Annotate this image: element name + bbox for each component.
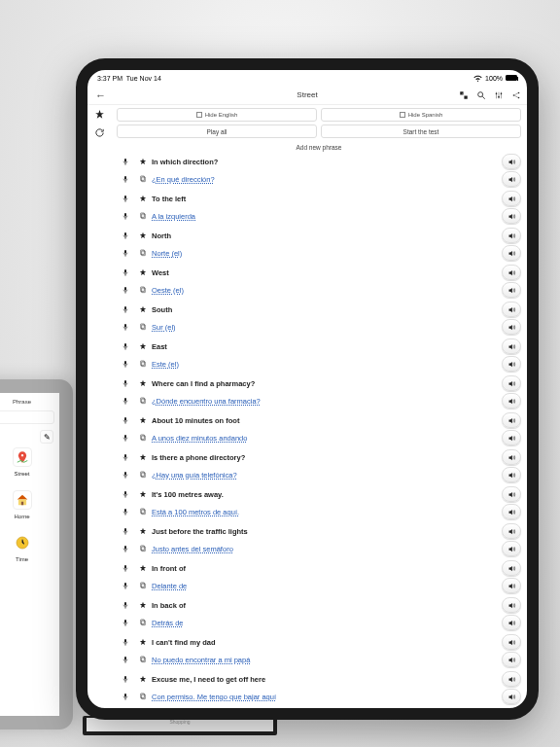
phrase-translation[interactable]: Detrás de [152,619,498,627]
star-icon[interactable] [134,268,152,276]
copy-icon[interactable] [134,212,152,220]
copy-icon[interactable] [134,175,152,183]
mic-icon[interactable] [117,305,134,313]
phrase-translation[interactable]: ¿Hay una guía telefónica? [152,471,498,480]
mic-icon[interactable] [117,619,134,626]
back-button[interactable]: ← [95,89,106,101]
star-icon[interactable] [134,231,152,239]
add-phrase-button[interactable]: Add new phrase [117,138,521,153]
mic-icon[interactable] [117,675,134,683]
copy-icon[interactable] [134,434,152,442]
phrase-translation[interactable]: Está a 100 metros de aquí. [152,508,498,516]
copy-icon[interactable] [134,360,152,368]
star-icon[interactable] [134,564,152,572]
star-icon[interactable] [134,342,152,350]
mic-icon[interactable] [117,195,134,202]
play-audio-button[interactable] [502,652,521,667]
phrase-translation[interactable]: ¿En qué dirección? [152,175,498,184]
star-icon[interactable] [134,195,152,202]
mic-icon[interactable] [117,416,134,424]
play-audio-button[interactable] [502,486,521,502]
play-audio-button[interactable] [502,597,521,613]
phrase-translation[interactable]: Sur (el) [152,323,498,332]
phrase-translation[interactable]: ¿Dónde encuentro una farmacia? [152,397,498,406]
mic-icon[interactable] [117,231,134,239]
phrase-translation[interactable]: Con permiso. Me tengo que bajar aquí [152,693,498,701]
play-audio-button[interactable] [502,282,521,298]
star-icon[interactable] [134,453,152,461]
mic-icon[interactable] [117,158,134,165]
play-audio-button[interactable] [502,265,521,280]
mic-icon[interactable] [117,638,134,646]
copy-icon[interactable] [134,286,152,294]
mic-icon[interactable] [117,508,134,516]
play-audio-button[interactable] [502,523,521,539]
phrase-translation[interactable]: Oeste (el) [152,286,498,295]
play-audio-button[interactable] [502,228,521,243]
mic-icon[interactable] [117,527,134,535]
play-audio-button[interactable] [502,430,521,445]
play-audio-button[interactable] [502,689,521,704]
mic-icon[interactable] [117,268,134,276]
hide-english-toggle[interactable]: Hide English [117,108,317,122]
copy-icon[interactable] [134,582,152,589]
play-audio-button[interactable] [502,467,521,482]
star-icon[interactable] [134,305,152,313]
translate-icon[interactable] [459,90,469,100]
play-audio-button[interactable] [502,154,521,169]
phrase-translation[interactable]: Delante de [152,582,498,590]
star-icon[interactable] [134,158,152,165]
play-audio-button[interactable] [502,560,521,576]
mic-icon[interactable] [117,379,134,387]
play-audio-button[interactable] [502,375,521,391]
copy-icon[interactable] [134,249,152,257]
play-audio-button[interactable] [502,671,521,687]
play-audio-button[interactable] [502,302,521,317]
mic-icon[interactable] [117,693,134,700]
copy-icon[interactable] [134,619,152,626]
copy-icon[interactable] [134,508,152,516]
hide-spanish-toggle[interactable]: Hide Spanish [321,108,521,122]
play-audio-button[interactable] [502,356,521,372]
copy-icon[interactable] [134,545,152,552]
play-audio-button[interactable] [502,615,521,630]
star-icon[interactable] [134,379,152,387]
phrase-translation[interactable]: Este (el) [152,360,498,369]
play-audio-button[interactable] [502,171,521,187]
play-audio-button[interactable] [502,449,521,465]
mic-icon[interactable] [117,564,134,572]
phrase-translation[interactable]: A unos diez minutos andando [152,434,498,443]
star-icon[interactable] [134,490,152,498]
mic-icon[interactable] [117,471,134,479]
settings-icon[interactable] [494,90,504,100]
copy-icon[interactable] [134,397,152,405]
sidebar-item-home[interactable]: Home [0,490,57,519]
start-test-button[interactable]: Start the test [321,124,521,138]
mic-icon[interactable] [117,342,134,350]
play-audio-button[interactable] [502,504,521,519]
mic-icon[interactable] [117,601,134,609]
play-audio-button[interactable] [502,338,521,354]
sidebar-item-time[interactable]: Time [0,533,57,562]
mic-icon[interactable] [117,397,134,405]
copy-icon[interactable] [134,323,152,331]
mic-icon[interactable] [117,286,134,294]
play-audio-button[interactable] [502,245,521,261]
mic-icon[interactable] [117,212,134,220]
copy-icon[interactable] [134,693,152,700]
phrase-translation[interactable]: Justo antes del semáforo [152,545,498,553]
play-all-button[interactable]: Play all [117,124,317,138]
search-icon[interactable] [476,90,486,100]
mic-icon[interactable] [117,323,134,331]
play-audio-button[interactable] [502,634,521,650]
star-icon[interactable] [134,416,152,424]
refresh-icon[interactable] [94,127,105,138]
mic-icon[interactable] [117,545,134,552]
star-icon[interactable] [134,527,152,535]
star-icon[interactable] [134,601,152,609]
mic-icon[interactable] [117,434,134,442]
phrase-translation[interactable]: No puedo encontrar a mi papá [152,656,498,664]
phrase-translation[interactable]: Norte (el) [152,249,498,258]
share-icon[interactable] [511,90,521,100]
copy-icon[interactable] [134,656,152,663]
